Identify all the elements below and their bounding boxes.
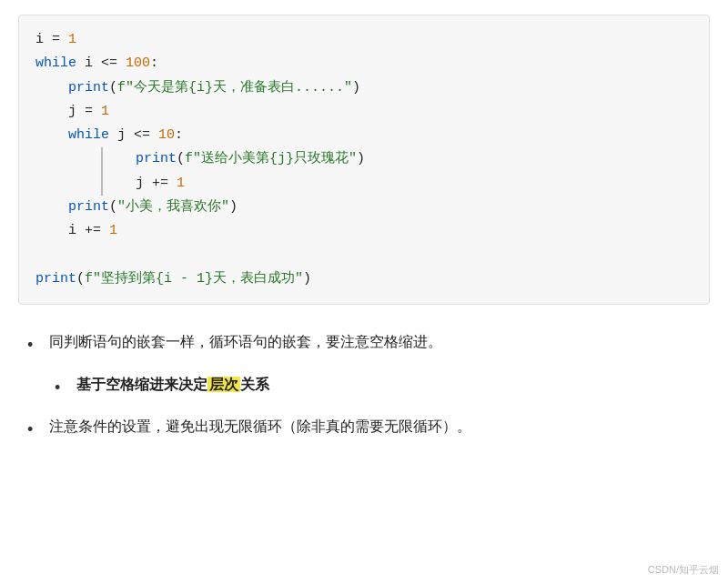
inner-block: print(f"送给小美第{j}只玫瑰花") j += 1 bbox=[101, 147, 693, 196]
code-line-4: j = 1 bbox=[35, 100, 693, 124]
code-line-3: print(f"今天是第{i}天，准备表白......") bbox=[35, 76, 693, 100]
bullet-text-1: 同判断语句的嵌套一样，循环语句的嵌套，要注意空格缩进。 bbox=[49, 330, 701, 354]
bullet-text-2-before: 基于空格缩进来决定 bbox=[76, 377, 207, 392]
bullet-text-2-after: 关系 bbox=[240, 377, 269, 392]
code-line-5: while j <= 10: bbox=[35, 124, 693, 147]
bullet-text-2: 基于空格缩进来决定层次关系 bbox=[76, 373, 701, 397]
bullet-item-2: • 基于空格缩进来决定层次关系 bbox=[55, 373, 701, 401]
bullet-dot-1: • bbox=[27, 330, 49, 358]
watermark: CSDN/知乎云烟 bbox=[648, 563, 719, 577]
bullet-dot-2: • bbox=[55, 373, 76, 401]
code-block: i = 1 while i <= 100: print(f"今天是第{i}天，准… bbox=[18, 15, 710, 305]
highlight-text: 层次 bbox=[207, 377, 240, 392]
bullet-item-3: • 注意条件的设置，避免出现无限循环（除非真的需要无限循环）。 bbox=[27, 415, 701, 443]
code-line-sep bbox=[35, 243, 693, 267]
code-line-10: print(f"坚持到第{i - 1}天，表白成功") bbox=[35, 267, 693, 291]
code-line-8: print("小美，我喜欢你") bbox=[35, 196, 693, 219]
code-line-9: i += 1 bbox=[35, 219, 693, 243]
code-line-7: j += 1 bbox=[103, 172, 693, 196]
code-line-1: i = 1 bbox=[35, 28, 693, 52]
code-line-6: print(f"送给小美第{j}只玫瑰花") bbox=[103, 147, 693, 171]
bullet-item-1: • 同判断语句的嵌套一样，循环语句的嵌套，要注意空格缩进。 bbox=[27, 330, 701, 358]
bullet-section: • 同判断语句的嵌套一样，循环语句的嵌套，要注意空格缩进。 • 基于空格缩进来决… bbox=[18, 330, 710, 443]
bullet-text-3: 注意条件的设置，避免出现无限循环（除非真的需要无限循环）。 bbox=[49, 415, 701, 438]
page-container: i = 1 while i <= 100: print(f"今天是第{i}天，准… bbox=[0, 0, 728, 476]
code-line-2: while i <= 100: bbox=[35, 52, 693, 76]
bullet-dot-3: • bbox=[27, 415, 49, 443]
